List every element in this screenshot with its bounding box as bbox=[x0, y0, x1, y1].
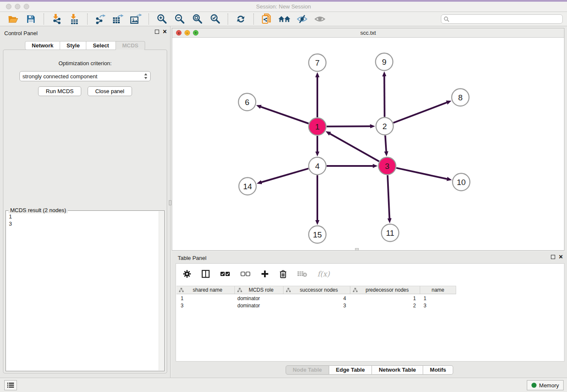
graph-edge-1-6[interactable] bbox=[260, 107, 308, 124]
export-network-icon[interactable] bbox=[94, 13, 107, 25]
tab-mcds[interactable]: MCDS bbox=[116, 41, 145, 50]
close-table-panel-icon[interactable]: × bbox=[559, 255, 563, 259]
optimization-criterion-label: Optimization criterion: bbox=[3, 60, 167, 66]
delete-table-icon[interactable] bbox=[297, 271, 307, 277]
result-scrollbar[interactable] bbox=[159, 211, 164, 370]
run-mcds-button[interactable]: Run MCDS bbox=[38, 86, 81, 96]
search-box[interactable] bbox=[441, 14, 563, 24]
horizontal-splitter-handle[interactable] bbox=[355, 248, 359, 251]
settings-gear-icon[interactable] bbox=[183, 270, 191, 278]
table-cell[interactable]: 3 bbox=[284, 302, 350, 309]
zoom-selected-icon[interactable] bbox=[209, 13, 221, 25]
search-input[interactable] bbox=[450, 16, 560, 22]
tab-select[interactable]: Select bbox=[86, 41, 116, 50]
column-header-name[interactable]: name bbox=[420, 286, 456, 294]
zoom-fit-icon[interactable] bbox=[191, 13, 204, 25]
graph-edge-3-1[interactable] bbox=[330, 133, 379, 161]
optimization-criterion-dropdown[interactable]: strongly connected component bbox=[19, 71, 151, 81]
table-cell[interactable]: 1 bbox=[176, 295, 235, 302]
network-canvas[interactable]: 7968124314101511 bbox=[172, 38, 564, 250]
svg-text:6: 6 bbox=[245, 98, 250, 107]
close-panel-button[interactable]: Close panel bbox=[88, 86, 132, 96]
graph-node-14[interactable]: 14 bbox=[239, 178, 256, 195]
svg-text:15: 15 bbox=[313, 230, 322, 239]
table-panel-tabs: Node TableEdge TableNetwork TableMotifs bbox=[172, 365, 567, 375]
deselect-all-columns-icon[interactable] bbox=[240, 271, 250, 277]
graph-edge-2-9[interactable] bbox=[384, 76, 385, 117]
tab-network-table[interactable]: Network Table bbox=[372, 365, 423, 375]
graph-node-9[interactable]: 9 bbox=[376, 53, 393, 71]
graph-node-8[interactable]: 8 bbox=[452, 89, 469, 106]
task-history-button[interactable] bbox=[4, 380, 17, 390]
first-neighbors-icon[interactable] bbox=[278, 13, 291, 25]
toggle-column-panel-icon[interactable] bbox=[201, 270, 210, 278]
zoom-out-icon[interactable] bbox=[173, 13, 186, 25]
network-graph[interactable]: 7968124314101511 bbox=[172, 38, 564, 250]
frame-minimize-button[interactable]: − bbox=[184, 30, 190, 36]
graph-node-1[interactable]: 1 bbox=[309, 118, 326, 135]
table-cell[interactable]: 1 bbox=[420, 295, 456, 302]
graph-node-10[interactable]: 10 bbox=[453, 174, 470, 191]
table-cell[interactable]: 4 bbox=[284, 295, 350, 302]
mcds-result-textarea[interactable]: 1 3 bbox=[6, 212, 158, 370]
graph-edge-2-8[interactable] bbox=[394, 102, 448, 123]
graph-node-7[interactable]: 7 bbox=[309, 54, 326, 72]
graph-edge-3-10[interactable] bbox=[396, 168, 447, 179]
open-folder-icon[interactable] bbox=[7, 13, 19, 25]
add-column-icon[interactable] bbox=[261, 270, 269, 278]
table-cell[interactable]: dominator bbox=[235, 295, 284, 302]
refresh-layout-icon[interactable] bbox=[234, 13, 247, 25]
tab-network[interactable]: Network bbox=[25, 41, 60, 50]
import-table-icon[interactable] bbox=[68, 13, 81, 25]
table-row[interactable]: 3dominator323 bbox=[176, 302, 456, 309]
table-row[interactable]: 1dominator411 bbox=[176, 295, 456, 302]
graph-node-3[interactable]: 3 bbox=[379, 157, 396, 175]
tab-node-table[interactable]: Node Table bbox=[286, 365, 329, 375]
float-table-panel-icon[interactable] bbox=[551, 255, 555, 259]
graph-edge-1-2[interactable] bbox=[327, 126, 371, 127]
float-panel-icon[interactable] bbox=[155, 30, 159, 34]
graph-edge-3-11[interactable] bbox=[388, 175, 390, 219]
column-header-predecessor-nodes[interactable]: predecessor nodes bbox=[350, 286, 420, 294]
graph-node-15[interactable]: 15 bbox=[309, 226, 326, 243]
graph-edge-4-14[interactable] bbox=[261, 168, 308, 182]
titlebar: Session: New Session bbox=[0, 2, 567, 12]
clone-network-icon[interactable] bbox=[260, 13, 273, 25]
mcds-panel: Optimization criterion: strongly connect… bbox=[3, 50, 167, 373]
tab-style[interactable]: Style bbox=[60, 41, 86, 50]
close-panel-icon[interactable]: × bbox=[163, 30, 167, 34]
svg-text:8: 8 bbox=[458, 93, 463, 102]
graph-edge-2-3[interactable] bbox=[385, 135, 386, 152]
column-header-shared-name[interactable]: shared name bbox=[176, 286, 235, 294]
show-all-eye-icon[interactable] bbox=[314, 13, 326, 25]
graph-node-2[interactable]: 2 bbox=[376, 118, 394, 135]
tab-edge-table[interactable]: Edge Table bbox=[329, 365, 372, 375]
column-header-successor-nodes[interactable]: successor nodes bbox=[284, 286, 350, 294]
hide-selected-eye-icon[interactable] bbox=[296, 13, 308, 25]
memory-button[interactable]: Memory bbox=[527, 380, 564, 390]
graph-node-11[interactable]: 11 bbox=[382, 224, 399, 242]
window-title: Session: New Session bbox=[0, 2, 567, 12]
graph-node-4[interactable]: 4 bbox=[309, 157, 326, 175]
toolbar-separator bbox=[44, 14, 44, 25]
zoom-in-icon[interactable] bbox=[155, 13, 168, 25]
table-cell[interactable]: dominator bbox=[235, 302, 284, 309]
save-icon[interactable] bbox=[25, 13, 37, 25]
export-table-icon[interactable] bbox=[112, 13, 124, 25]
select-all-columns-icon[interactable] bbox=[220, 271, 230, 277]
graph-node-6[interactable]: 6 bbox=[239, 94, 256, 111]
network-frame-titlebar[interactable]: x − + scc.txt bbox=[172, 28, 564, 38]
table-cell[interactable]: 2 bbox=[350, 302, 420, 309]
delete-column-icon[interactable] bbox=[279, 270, 287, 278]
tab-motifs[interactable]: Motifs bbox=[423, 365, 453, 375]
frame-close-button[interactable]: x bbox=[176, 30, 182, 36]
table-cell[interactable]: 1 bbox=[350, 295, 420, 302]
vertical-splitter-handle[interactable] bbox=[169, 200, 171, 205]
import-network-icon[interactable] bbox=[50, 13, 63, 25]
table-cell[interactable]: 3 bbox=[420, 302, 456, 309]
export-image-icon[interactable] bbox=[129, 13, 142, 25]
column-header-MCDS-role[interactable]: MCDS role bbox=[235, 286, 284, 294]
table-cell[interactable]: 3 bbox=[176, 302, 235, 309]
frame-maximize-button[interactable]: + bbox=[193, 30, 198, 36]
svg-text:11: 11 bbox=[386, 229, 394, 237]
